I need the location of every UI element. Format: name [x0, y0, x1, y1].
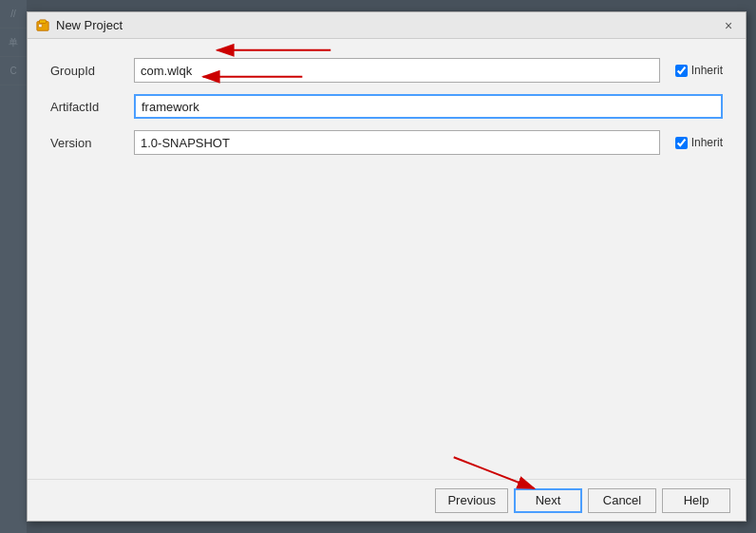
group-id-inherit-checkbox[interactable]	[675, 65, 688, 77]
version-row: Version Inherit	[50, 130, 723, 155]
next-button[interactable]: Next	[514, 488, 582, 513]
previous-button[interactable]: Previous	[435, 488, 508, 513]
group-id-inherit-label: Inherit	[691, 64, 723, 77]
dialog-title: New Project	[56, 18, 123, 32]
help-button[interactable]: Help	[662, 488, 730, 513]
version-inherit-checkbox[interactable]	[675, 137, 688, 149]
svg-rect-2	[39, 24, 43, 28]
artifact-id-label: ArtifactId	[50, 100, 126, 114]
title-bar-left: New Project	[35, 18, 123, 33]
version-label: Version	[50, 136, 126, 150]
dialog-title-bar: New Project ×	[28, 12, 746, 39]
version-inherit: Inherit	[675, 136, 723, 149]
empty-space	[50, 166, 723, 460]
group-id-label: GroupId	[50, 64, 126, 78]
version-inherit-label: Inherit	[691, 136, 723, 149]
version-input[interactable]	[134, 130, 660, 155]
group-id-input[interactable]	[134, 58, 660, 83]
dialog-content: GroupId Inherit ArtifactId Version Inher…	[28, 39, 746, 479]
group-id-row: GroupId Inherit	[50, 58, 723, 83]
dialog-footer: Previous Next Cancel Help	[28, 479, 746, 521]
dialog-icon	[35, 18, 50, 33]
svg-rect-1	[40, 19, 47, 23]
artifact-id-row: ArtifactId	[50, 94, 723, 119]
close-button[interactable]: ×	[719, 16, 738, 35]
artifact-id-input[interactable]	[134, 94, 723, 119]
new-project-dialog: New Project × GroupId Inherit ArtifactId…	[27, 11, 747, 522]
cancel-button[interactable]: Cancel	[588, 488, 656, 513]
group-id-inherit: Inherit	[675, 64, 723, 77]
